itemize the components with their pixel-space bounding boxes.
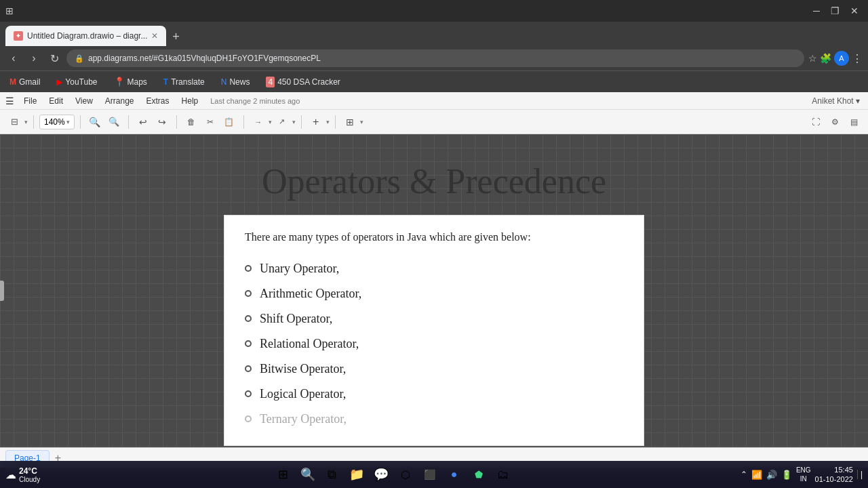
weather-widget[interactable]: ☁ 24°C Cloudy [5,466,40,483]
insert-button[interactable]: + [307,114,325,130]
bullet-icon [245,390,252,397]
sidebar-toggle-icon[interactable]: ☰ [3,94,17,108]
zoom-out-button[interactable]: 🔍 [105,114,123,130]
browser-button[interactable]: ● [443,464,465,485]
vscode-button[interactable]: ⬡ [395,464,416,485]
list-item-ternary: Ternary Operator, [245,407,623,432]
list-item-unary: Unary Operator, [245,256,623,281]
restore-btn[interactable]: ❐ [827,5,844,16]
network-icon[interactable]: 📶 [751,470,762,480]
table-button[interactable]: ⊞ [341,114,359,130]
settings-button[interactable]: ⚙ [826,114,844,130]
operators-list: Unary Operator, Arithmetic Operator, Shi… [245,256,623,432]
bookmark-maps[interactable]: 📍 Maps [110,74,151,89]
lock-icon: 🔒 [75,54,84,63]
bookmark-translate[interactable]: T Translate [159,75,209,89]
taskview-button[interactable]: ⧉ [321,464,343,485]
list-item-arithmetic-text: Arithmetic Operator, [260,287,361,301]
last-change-text: Last change 2 minutes ago [205,97,305,105]
bookmark-gmail[interactable]: M Gmail [5,75,44,89]
list-item-logical-text: Logical Operator, [260,387,346,401]
window-controls: ─ ❐ ✕ [809,5,863,16]
cut-button[interactable]: ✂ [201,114,219,130]
new-tab-button[interactable]: + [166,27,185,46]
tab-close-icon[interactable]: ✕ [151,31,158,41]
browser-window: ⊞ ─ ❐ ✕ ✦ Untitled Diagram.drawio – diag… [0,0,868,488]
menu-edit[interactable]: Edit [43,95,68,107]
zoom-chevron: ▾ [66,119,70,125]
forward-button[interactable]: › [26,50,42,66]
menu-view[interactable]: View [70,95,98,107]
menu-arrange[interactable]: Arrange [100,95,140,107]
chat-button[interactable]: 💬 [370,464,392,485]
sound-icon[interactable]: 🔊 [766,470,777,480]
content-box[interactable]: There are many types of operators in Jav… [224,215,644,446]
list-item-shift: Shift Operator, [245,306,623,331]
files-button[interactable]: 🗂 [492,464,514,485]
delete-button[interactable]: 🗑 [182,114,200,130]
clock[interactable]: 15:45 01-10-2022 [815,465,853,485]
close-btn[interactable]: ✕ [846,5,863,16]
left-panel-handle[interactable] [0,281,4,301]
active-tab[interactable]: ✦ Untitled Diagram.drawio – diagr... ✕ [5,26,166,46]
zoom-value: 140% [44,117,65,127]
start-button[interactable]: ⊞ [273,464,294,485]
show-hidden-icons[interactable]: ⌃ [741,470,747,479]
diagram-title[interactable]: Operators & Precedence [262,161,606,201]
reload-button[interactable]: ↻ [46,50,62,66]
zoom-in-button[interactable]: 🔍 [86,114,104,130]
menu-file[interactable]: File [18,95,42,107]
bookmark-dsa[interactable]: 4 450 DSA Cracker [262,74,344,90]
address-box[interactable]: 🔒 app.diagrams.net/#G1ka015VhqluqDH1FoYO… [66,49,804,67]
explorer-button[interactable]: 📁 [346,464,368,485]
insert-chevron[interactable]: ▾ [326,119,330,125]
connection-button[interactable]: → [250,114,267,130]
panel-toggle-button[interactable]: ⊟ [5,114,23,130]
bullet-icon [245,265,252,272]
bullet-icon [245,290,252,297]
search-button[interactable]: 🔍 [297,464,319,485]
menu-help[interactable]: Help [176,95,204,107]
weather-condition: Cloudy [19,476,40,483]
tab-bar: ✦ Untitled Diagram.drawio – diagr... ✕ + [0,22,868,46]
bookmark-maps-label: Maps [127,77,147,87]
bookmark-youtube[interactable]: ▶ YouTube [52,75,101,89]
menu-extras[interactable]: Extras [141,95,175,107]
panel-chevron[interactable]: ▾ [24,119,28,125]
address-text: app.diagrams.net/#G1ka015VhqluqDH1FoYO1F… [88,54,321,63]
bookmark-news[interactable]: N News [217,75,254,89]
connection-chevron[interactable]: ▾ [269,119,272,125]
weather-temp: 24°C [19,466,40,476]
waypoint-chevron[interactable]: ▾ [292,119,296,125]
extensions-icon[interactable]: 🧩 [820,53,831,64]
redo-button[interactable]: ↪ [153,114,171,130]
terminal-button[interactable]: ⬛ [419,464,441,485]
canvas-area[interactable]: Operators & Precedence There are many ty… [0,134,868,447]
list-item-logical: Logical Operator, [245,382,623,407]
table-chevron[interactable]: ▾ [360,119,363,125]
user-name[interactable]: Aniket Khot ▾ [806,96,865,106]
profile-icon[interactable]: A [834,51,849,66]
format-button[interactable]: ▤ [845,114,863,130]
minimize-btn[interactable]: ─ [809,5,824,16]
copy-button[interactable]: 📋 [220,114,238,130]
diagram-content: Operators & Precedence There are many ty… [0,134,868,447]
bullet-icon [245,415,252,422]
fullscreen-button[interactable]: ⛶ [807,114,825,130]
list-item-relational-text: Relational Operator, [260,337,359,351]
list-item-arithmetic: Arithmetic Operator, [245,281,623,306]
back-button[interactable]: ‹ [5,50,22,66]
undo-button[interactable]: ↩ [134,114,152,130]
dsa-icon: 4 [266,77,275,87]
show-desktop-button[interactable]: | [857,470,863,479]
tab-title: Untitled Diagram.drawio – diagr... [27,31,147,41]
waypoint-button[interactable]: ↗ [273,114,291,130]
locale-indicator[interactable]: ENGIN [796,466,811,483]
list-item-bitwise: Bitwise Operator, [245,357,623,382]
bullet-icon [245,340,252,347]
zoom-box[interactable]: 140% ▾ [39,115,75,129]
battery-icon[interactable]: 🔋 [781,470,792,480]
menu-icon[interactable]: ⋮ [852,52,863,65]
bookmark-icon[interactable]: ☆ [808,53,817,64]
android-studio-button[interactable]: ⬟ [468,464,490,485]
